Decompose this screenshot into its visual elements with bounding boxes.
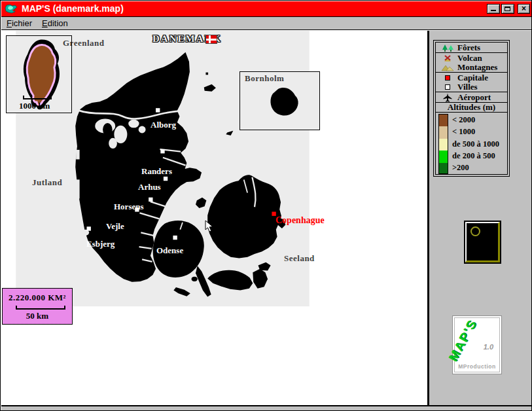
maximize-button[interactable] <box>501 4 514 14</box>
menu-bar: Fichier Edition <box>1 17 532 30</box>
tasinge-island <box>192 277 198 281</box>
legend-altitudes-area: < 2000 < 1000 de 500 à 1000 de 200 à 500… <box>436 113 507 175</box>
altitude-color-strip <box>438 114 448 174</box>
area-info-box: 2.220.000 KM² 50 km <box>2 288 73 325</box>
altitude-label: < 2000 <box>452 114 507 126</box>
greenland-scale-label: 1000 km <box>19 101 50 111</box>
legend-panel: Fôrets Volcan <box>433 40 510 177</box>
city-marker-odense <box>173 236 177 240</box>
legend-label: Fôrets <box>457 43 480 53</box>
maps-logo: MAP'S 1.0 MProduction <box>452 315 502 374</box>
menu-item-edition[interactable]: Edition <box>39 18 71 29</box>
altitude-label: >200 <box>452 162 507 174</box>
capital-square-icon <box>438 75 457 80</box>
close-button[interactable]: × <box>518 4 530 14</box>
map-canvas[interactable]: DANEMARK Alborg Randers Arhus Horsens Ve… <box>1 31 427 405</box>
city-square-icon <box>438 84 457 90</box>
greenland-inset: 1000 km <box>6 35 72 113</box>
maps-logo-frame: MAP'S 1.0 MProduction <box>454 317 500 372</box>
overview-circle-icon <box>470 226 480 236</box>
legend-row-villes: Villes <box>436 82 507 92</box>
city-marker-alborg <box>156 108 160 112</box>
legend-label: Aéroport <box>457 92 491 103</box>
west-lagoon <box>75 179 79 198</box>
city-marker-horsens <box>149 198 152 202</box>
fjord-broads <box>128 120 139 128</box>
region-label-jutland: Jutland <box>32 179 62 187</box>
city-label-horsens: Horsens <box>114 203 144 211</box>
city-label-vejle: Vejle <box>106 223 124 230</box>
city-label-esbjerg: Esbjerg <box>86 240 115 248</box>
legend-row-montagnes: Montagnes <box>436 63 507 73</box>
capital-label-copenhague: Copenhague <box>275 216 325 224</box>
altitude-label: de 500 à 1000 <box>452 138 507 150</box>
altitude-swatch-200-500 <box>439 151 448 163</box>
mouse-cursor <box>205 220 214 233</box>
altitude-labels: < 2000 < 1000 de 500 à 1000 de 200 à 500… <box>452 114 507 174</box>
small-island <box>205 73 208 75</box>
right-panel: Fôrets Volcan <box>429 31 532 405</box>
app-window: MAP'S (danemark.map) × Fichier Edition <box>0 0 532 411</box>
close-icon: × <box>518 5 529 13</box>
overview-box <box>465 222 500 262</box>
maximize-icon <box>505 7 510 11</box>
volcano-icon <box>438 54 457 62</box>
altitude-label: < 1000 <box>452 126 507 137</box>
minimize-button[interactable] <box>487 4 500 14</box>
region-label-bornholm: Bornholm <box>245 75 284 82</box>
window-title: MAP'S (danemark.map) <box>22 3 124 14</box>
window-bottom-strip <box>1 406 532 411</box>
city-marker-randers <box>160 149 164 153</box>
map-scalebar <box>16 306 65 310</box>
bornholm-inset: Bornholm <box>239 71 320 130</box>
logo-company: MProduction <box>455 363 499 370</box>
altitude-swatch-1000 <box>439 126 448 139</box>
city-label-arhus: Arhus <box>138 183 161 191</box>
legend-altitudes-title: Altitudes (m) <box>436 103 507 113</box>
city-label-randers: Randers <box>141 168 172 175</box>
legend-row-forets: Fôrets <box>436 43 507 53</box>
altitude-swatch-500-1000 <box>439 139 448 151</box>
title-bar: MAP'S (danemark.map) × <box>1 1 532 17</box>
legend-inner: Fôrets Volcan <box>435 42 508 175</box>
city-marker-esbjerg <box>87 226 91 230</box>
app-icon[interactable] <box>5 4 18 14</box>
mors-island <box>103 123 113 136</box>
menu-item-fichier[interactable]: Fichier <box>4 18 35 29</box>
city-label-odense: Odense <box>156 247 183 255</box>
altitude-swatch-2000 <box>439 115 448 126</box>
greenland-scalebar <box>23 96 52 99</box>
legend-row-capitale: Capitale <box>436 73 507 82</box>
altitude-label: de 200 à 500 <box>452 150 507 162</box>
west-lagoon <box>76 150 79 160</box>
legend-row-aeroport: Aéroport <box>436 92 507 103</box>
legend-label: Montagnes <box>457 62 497 73</box>
area-value: 2.220.000 KM² <box>3 293 72 303</box>
altitude-swatch-200 <box>439 163 448 173</box>
logo-name: MAP'S <box>446 317 480 364</box>
legend-altitudes-title-text: Altitudes (m) <box>448 102 495 113</box>
minimize-icon <box>491 10 496 11</box>
fjord-broads <box>139 126 146 134</box>
region-label-seeland: Seeland <box>284 255 315 262</box>
region-label-greenland: Greenland <box>63 39 105 47</box>
legend-row-volcan: Volcan <box>436 53 507 63</box>
logo-version: 1.0 <box>484 343 493 351</box>
mountains-icon <box>438 63 457 71</box>
city-marker-arhus <box>164 177 168 181</box>
danish-flag-icon <box>205 35 217 44</box>
fjord-broads <box>109 138 117 149</box>
city-label-alborg: Alborg <box>151 121 176 129</box>
airplane-icon <box>438 93 457 102</box>
map-scale-label: 50 km <box>3 311 72 321</box>
legend-label: Villes <box>457 82 478 92</box>
trees-icon <box>438 43 457 52</box>
